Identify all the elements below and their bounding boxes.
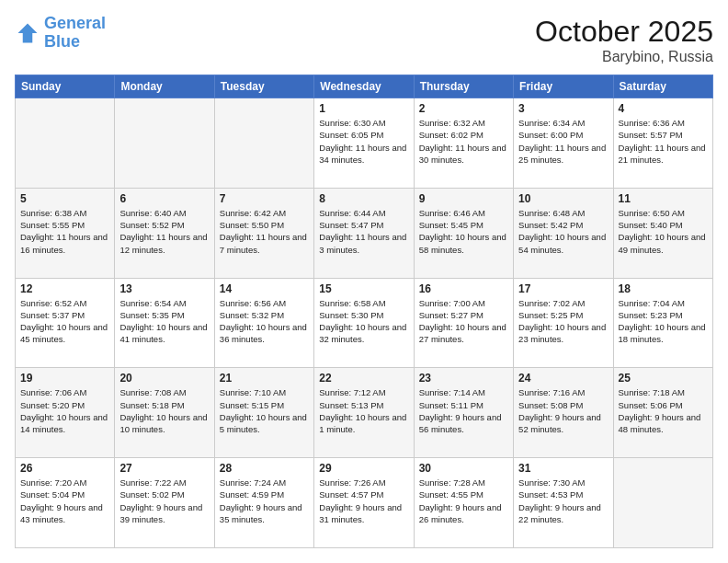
day-number: 22 xyxy=(319,372,408,385)
day-info: Sunrise: 7:22 AM Sunset: 5:02 PM Dayligh… xyxy=(119,477,209,525)
day-number: 1 xyxy=(319,102,408,115)
day-number: 20 xyxy=(119,372,209,385)
day-info: Sunrise: 7:00 AM Sunset: 5:27 PM Dayligh… xyxy=(419,297,508,346)
day-number: 23 xyxy=(419,372,508,385)
day-info: Sunrise: 6:56 AM Sunset: 5:32 PM Dayligh… xyxy=(220,297,309,346)
day-info: Sunrise: 6:50 AM Sunset: 5:40 PM Dayligh… xyxy=(619,207,708,256)
day-number: 7 xyxy=(220,192,309,205)
calendar-cell: 23Sunrise: 7:14 AM Sunset: 5:11 PM Dayli… xyxy=(414,368,513,458)
day-number: 5 xyxy=(20,192,109,205)
day-info: Sunrise: 6:58 AM Sunset: 5:30 PM Dayligh… xyxy=(319,297,408,346)
header-friday: Friday xyxy=(514,75,613,98)
calendar-cell xyxy=(214,98,313,189)
day-info: Sunrise: 6:38 AM Sunset: 5:55 PM Dayligh… xyxy=(20,207,109,256)
day-number: 17 xyxy=(518,282,608,295)
header-saturday: Saturday xyxy=(613,75,712,98)
day-info: Sunrise: 6:30 AM Sunset: 6:05 PM Dayligh… xyxy=(319,117,408,166)
calendar-week-3: 19Sunrise: 7:06 AM Sunset: 5:20 PM Dayli… xyxy=(16,368,713,458)
calendar-cell xyxy=(16,98,115,189)
day-number: 11 xyxy=(619,192,708,205)
calendar-cell: 20Sunrise: 7:08 AM Sunset: 5:18 PM Dayli… xyxy=(115,368,214,458)
logo-line2: Blue xyxy=(44,32,80,51)
calendar-cell: 11Sunrise: 6:50 AM Sunset: 5:40 PM Dayli… xyxy=(613,188,712,278)
calendar-week-2: 12Sunrise: 6:52 AM Sunset: 5:37 PM Dayli… xyxy=(16,278,713,368)
weekday-header-row: Sunday Monday Tuesday Wednesday Thursday… xyxy=(16,75,713,98)
calendar-cell: 29Sunrise: 7:26 AM Sunset: 4:57 PM Dayli… xyxy=(314,458,414,548)
calendar-cell: 18Sunrise: 7:04 AM Sunset: 5:23 PM Dayli… xyxy=(613,278,712,368)
day-info: Sunrise: 7:24 AM Sunset: 4:59 PM Dayligh… xyxy=(220,477,309,525)
calendar-cell: 30Sunrise: 7:28 AM Sunset: 4:55 PM Dayli… xyxy=(414,458,513,548)
calendar-table: Sunday Monday Tuesday Wednesday Thursday… xyxy=(15,75,713,548)
calendar-cell: 3Sunrise: 6:34 AM Sunset: 6:00 PM Daylig… xyxy=(514,98,613,189)
day-number: 16 xyxy=(419,282,508,295)
day-info: Sunrise: 6:34 AM Sunset: 6:00 PM Dayligh… xyxy=(518,117,608,166)
calendar-week-4: 26Sunrise: 7:20 AM Sunset: 5:04 PM Dayli… xyxy=(16,458,713,548)
day-number: 26 xyxy=(20,462,109,475)
calendar-cell: 9Sunrise: 6:46 AM Sunset: 5:45 PM Daylig… xyxy=(414,188,513,278)
day-number: 12 xyxy=(20,282,109,295)
day-info: Sunrise: 7:02 AM Sunset: 5:25 PM Dayligh… xyxy=(518,297,608,346)
day-info: Sunrise: 7:06 AM Sunset: 5:20 PM Dayligh… xyxy=(20,386,109,435)
calendar-week-1: 5Sunrise: 6:38 AM Sunset: 5:55 PM Daylig… xyxy=(16,188,713,278)
calendar-cell: 8Sunrise: 6:44 AM Sunset: 5:47 PM Daylig… xyxy=(314,188,414,278)
calendar-cell: 17Sunrise: 7:02 AM Sunset: 5:25 PM Dayli… xyxy=(514,278,613,368)
day-info: Sunrise: 6:40 AM Sunset: 5:52 PM Dayligh… xyxy=(119,207,209,256)
day-info: Sunrise: 6:44 AM Sunset: 5:47 PM Dayligh… xyxy=(319,207,408,256)
day-info: Sunrise: 7:08 AM Sunset: 5:18 PM Dayligh… xyxy=(119,386,209,435)
header-thursday: Thursday xyxy=(414,75,513,98)
calendar-cell: 25Sunrise: 7:18 AM Sunset: 5:06 PM Dayli… xyxy=(613,368,712,458)
header: General Blue October 2025 Barybino, Russ… xyxy=(15,15,713,65)
logo-icon xyxy=(15,20,40,46)
day-info: Sunrise: 6:52 AM Sunset: 5:37 PM Dayligh… xyxy=(20,297,109,346)
header-tuesday: Tuesday xyxy=(214,75,313,98)
day-number: 28 xyxy=(220,462,309,475)
day-info: Sunrise: 7:12 AM Sunset: 5:13 PM Dayligh… xyxy=(319,386,408,435)
day-info: Sunrise: 7:04 AM Sunset: 5:23 PM Dayligh… xyxy=(619,297,708,346)
day-number: 24 xyxy=(518,372,608,385)
day-info: Sunrise: 6:46 AM Sunset: 5:45 PM Dayligh… xyxy=(419,207,508,256)
logo-line1: General xyxy=(44,14,106,32)
day-info: Sunrise: 6:54 AM Sunset: 5:35 PM Dayligh… xyxy=(119,297,209,346)
day-number: 2 xyxy=(419,102,508,115)
day-info: Sunrise: 7:10 AM Sunset: 5:15 PM Dayligh… xyxy=(220,386,309,435)
day-number: 31 xyxy=(518,462,608,475)
day-number: 19 xyxy=(20,372,109,385)
day-number: 9 xyxy=(419,192,508,205)
day-info: Sunrise: 6:36 AM Sunset: 5:57 PM Dayligh… xyxy=(619,117,708,166)
calendar-cell: 13Sunrise: 6:54 AM Sunset: 5:35 PM Dayli… xyxy=(115,278,214,368)
day-info: Sunrise: 6:42 AM Sunset: 5:50 PM Dayligh… xyxy=(220,207,309,256)
calendar-cell: 28Sunrise: 7:24 AM Sunset: 4:59 PM Dayli… xyxy=(214,458,313,548)
calendar-cell xyxy=(613,458,712,548)
day-info: Sunrise: 7:28 AM Sunset: 4:55 PM Dayligh… xyxy=(419,477,508,525)
calendar-cell: 14Sunrise: 6:56 AM Sunset: 5:32 PM Dayli… xyxy=(214,278,313,368)
svg-marker-0 xyxy=(18,23,38,42)
logo: General Blue xyxy=(15,15,106,52)
day-number: 18 xyxy=(619,282,708,295)
day-info: Sunrise: 6:48 AM Sunset: 5:42 PM Dayligh… xyxy=(518,207,608,256)
calendar-cell: 24Sunrise: 7:16 AM Sunset: 5:08 PM Dayli… xyxy=(514,368,613,458)
calendar-cell: 10Sunrise: 6:48 AM Sunset: 5:42 PM Dayli… xyxy=(514,188,613,278)
header-wednesday: Wednesday xyxy=(314,75,414,98)
calendar-cell: 19Sunrise: 7:06 AM Sunset: 5:20 PM Dayli… xyxy=(16,368,115,458)
calendar-cell: 12Sunrise: 6:52 AM Sunset: 5:37 PM Dayli… xyxy=(16,278,115,368)
calendar-cell: 21Sunrise: 7:10 AM Sunset: 5:15 PM Dayli… xyxy=(214,368,313,458)
calendar-cell: 31Sunrise: 7:30 AM Sunset: 4:53 PM Dayli… xyxy=(514,458,613,548)
calendar-cell: 7Sunrise: 6:42 AM Sunset: 5:50 PM Daylig… xyxy=(214,188,313,278)
day-info: Sunrise: 7:20 AM Sunset: 5:04 PM Dayligh… xyxy=(20,477,109,525)
day-number: 6 xyxy=(119,192,209,205)
day-info: Sunrise: 7:14 AM Sunset: 5:11 PM Dayligh… xyxy=(419,386,508,435)
calendar-cell: 16Sunrise: 7:00 AM Sunset: 5:27 PM Dayli… xyxy=(414,278,513,368)
day-number: 30 xyxy=(419,462,508,475)
day-number: 8 xyxy=(319,192,408,205)
day-number: 10 xyxy=(518,192,608,205)
header-monday: Monday xyxy=(115,75,214,98)
calendar-cell: 15Sunrise: 6:58 AM Sunset: 5:30 PM Dayli… xyxy=(314,278,414,368)
day-info: Sunrise: 6:32 AM Sunset: 6:02 PM Dayligh… xyxy=(419,117,508,166)
calendar-cell: 22Sunrise: 7:12 AM Sunset: 5:13 PM Dayli… xyxy=(314,368,414,458)
day-number: 14 xyxy=(220,282,309,295)
calendar-cell: 27Sunrise: 7:22 AM Sunset: 5:02 PM Dayli… xyxy=(115,458,214,548)
day-number: 13 xyxy=(119,282,209,295)
day-number: 25 xyxy=(619,372,708,385)
day-number: 21 xyxy=(220,372,309,385)
title-block: October 2025 Barybino, Russia xyxy=(535,15,713,65)
